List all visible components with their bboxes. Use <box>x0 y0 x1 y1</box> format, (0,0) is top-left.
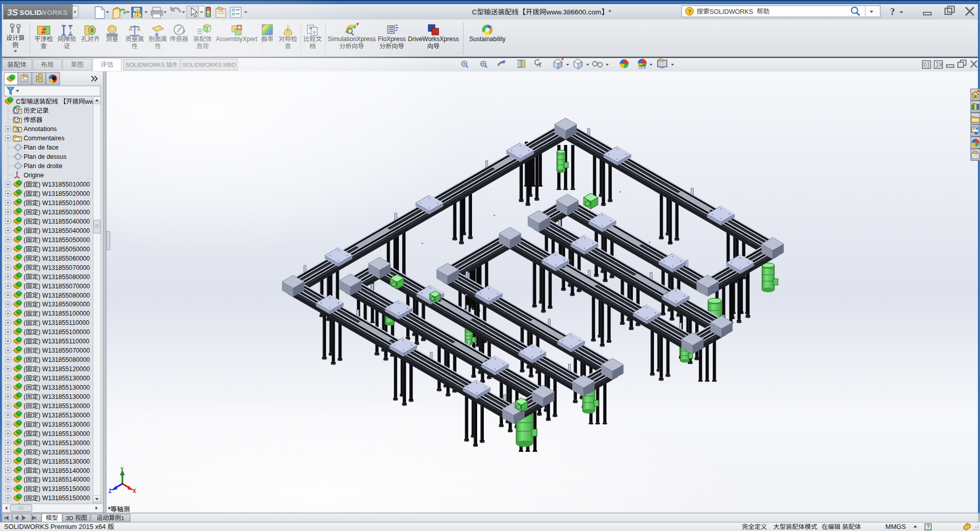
svg-text:(: ( <box>24 347 26 354</box>
svg-text:) W131855040000: ) W131855040000 <box>39 227 90 234</box>
svg-text:(: ( <box>24 495 26 502</box>
svg-text:) W131855130000: ) W131855130000 <box>39 458 90 465</box>
svg-text:(: ( <box>24 273 26 281</box>
svg-text:(: ( <box>24 365 26 373</box>
svg-text:) W131855070000: ) W131855070000 <box>39 347 90 354</box>
svg-text:) W131855130000: ) W131855130000 <box>39 393 90 400</box>
svg-text:1: 1 <box>121 515 124 522</box>
svg-text:(: ( <box>24 218 26 225</box>
svg-text:) W131855010000: ) W131855010000 <box>39 199 90 207</box>
svg-text:) W131855040000: ) W131855040000 <box>39 218 90 225</box>
svg-text:) W131855050000: ) W131855050000 <box>39 246 90 253</box>
svg-text:(: ( <box>24 476 26 483</box>
svg-text:(: ( <box>24 264 26 271</box>
svg-text:(: ( <box>24 246 26 253</box>
svg-text:) W131855050000: ) W131855050000 <box>39 236 90 244</box>
svg-text:(: ( <box>24 328 26 336</box>
svg-text:) W131855100000: ) W131855100000 <box>39 310 90 317</box>
svg-text:(: ( <box>24 209 26 216</box>
svg-text:) W131855150000: ) W131855150000 <box>39 495 90 502</box>
svg-text:) W131855130000: ) W131855130000 <box>39 412 90 419</box>
svg-text:Commentaires: Commentaires <box>24 135 64 142</box>
svg-text:Sustainability: Sustainability <box>469 35 506 43</box>
svg-text:(: ( <box>24 356 26 363</box>
svg-text:(: ( <box>24 440 26 447</box>
svg-text:) W131855140000: ) W131855140000 <box>39 467 90 474</box>
svg-text:) W131855010000: ) W131855010000 <box>39 181 90 188</box>
svg-text:) W131855130000: ) W131855130000 <box>39 421 90 428</box>
svg-text:) W131855070000: ) W131855070000 <box>39 264 90 271</box>
svg-text:) W131855070000: ) W131855070000 <box>39 283 90 290</box>
svg-text:) W131855130000: ) W131855130000 <box>39 384 90 391</box>
svg-text:) W131855080000: ) W131855080000 <box>39 292 90 299</box>
svg-text:*: * <box>108 506 111 513</box>
svg-text:) W131855060000: ) W131855060000 <box>39 255 90 262</box>
svg-text:(: ( <box>24 227 26 234</box>
svg-text:Annotations: Annotations <box>24 125 57 133</box>
svg-text:(: ( <box>24 283 26 290</box>
svg-text:Y: Y <box>120 467 124 472</box>
svg-text:(: ( <box>24 255 26 262</box>
svg-text:?: ? <box>688 8 692 15</box>
svg-text:(: ( <box>24 319 26 326</box>
svg-text:(: ( <box>24 467 26 474</box>
svg-text:) W131855110000: ) W131855110000 <box>39 319 90 326</box>
svg-text:A: A <box>15 126 20 133</box>
svg-text:(: ( <box>24 375 26 382</box>
svg-text:(: ( <box>24 402 26 410</box>
svg-text:) W131855080000: ) W131855080000 <box>39 356 90 363</box>
svg-text:Z: Z <box>108 488 112 494</box>
svg-text:) W131855130000: ) W131855130000 <box>39 449 90 456</box>
svg-text:(: ( <box>24 458 26 465</box>
svg-text:www.386600.com: www.386600.com <box>546 8 602 16</box>
svg-text:) W131855130000: ) W131855130000 <box>39 440 90 447</box>
svg-text:(: ( <box>24 301 26 308</box>
svg-text:(: ( <box>24 338 26 345</box>
svg-text:Plan de face: Plan de face <box>24 144 59 151</box>
svg-text:) W131855130000: ) W131855130000 <box>39 375 90 382</box>
svg-text:(: ( <box>24 292 26 299</box>
svg-text:(: ( <box>24 421 26 428</box>
svg-text:?: ? <box>890 6 895 17</box>
svg-text:) W131855030000: ) W131855030000 <box>39 209 90 216</box>
svg-text:*: * <box>609 8 612 16</box>
svg-text:) W131855150000: ) W131855150000 <box>39 485 90 492</box>
svg-text:) W131855140000: ) W131855140000 <box>39 476 90 483</box>
svg-text:3S: 3S <box>7 8 18 17</box>
svg-text:(: ( <box>24 412 26 419</box>
svg-text:SOLIDWORKS Premium 2015 x64: SOLIDWORKS Premium 2015 x64 <box>4 523 106 530</box>
svg-text:(: ( <box>24 236 26 244</box>
svg-text:) W131855120000: ) W131855120000 <box>39 365 90 373</box>
svg-text:C: C <box>472 8 477 16</box>
svg-text:) W131855100000: ) W131855100000 <box>39 328 90 336</box>
svg-text:MMGS: MMGS <box>885 523 906 530</box>
svg-text:Plan de droite: Plan de droite <box>24 162 62 170</box>
svg-text:) W131855090000: ) W131855090000 <box>39 301 90 308</box>
svg-text:(: ( <box>24 449 26 456</box>
svg-text:) W131855130000: ) W131855130000 <box>39 430 90 437</box>
svg-text:(: ( <box>24 181 26 188</box>
svg-text:ww: ww <box>84 98 94 105</box>
svg-text:X: X <box>133 488 136 494</box>
svg-text:) W131855020000: ) W131855020000 <box>39 190 90 197</box>
svg-text:SOLIDWORKS: SOLIDWORKS <box>710 8 753 15</box>
svg-text:(: ( <box>24 310 26 317</box>
svg-text:(: ( <box>24 430 26 437</box>
svg-text:(: ( <box>24 393 26 400</box>
svg-text:Plan de dessus: Plan de dessus <box>24 153 66 160</box>
svg-text:) W131855130000: ) W131855130000 <box>39 402 90 410</box>
svg-text:(: ( <box>24 384 26 391</box>
svg-text:Origine: Origine <box>24 172 44 179</box>
svg-text:(: ( <box>24 199 26 207</box>
svg-text:?: ? <box>927 524 930 530</box>
svg-text:(: ( <box>24 190 26 197</box>
svg-text:C: C <box>16 98 21 105</box>
svg-text:3D: 3D <box>66 515 74 522</box>
svg-text:) W131855110000: ) W131855110000 <box>39 338 90 345</box>
svg-text:) W131855080000: ) W131855080000 <box>39 273 90 281</box>
svg-text:(: ( <box>24 485 26 492</box>
